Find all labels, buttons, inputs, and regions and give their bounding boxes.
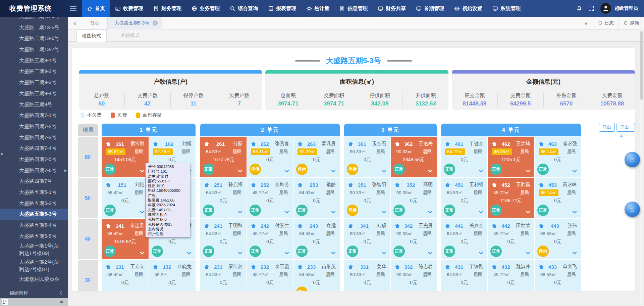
chevron-down-icon[interactable] xyxy=(238,209,243,214)
sidebar-item-building[interactable]: 大溆堡村民委员会 xyxy=(0,274,68,285)
nav-item[interactable]: 首期管理 xyxy=(411,0,449,17)
chevron-down-icon[interactable] xyxy=(526,209,530,214)
sidebar-item-building[interactable]: 大盛路二期13-6号 xyxy=(0,33,68,44)
room-cell[interactable]: 241 于明秋 64.53㎡ 居民 0元 正常 xyxy=(200,219,247,259)
chevron-down-icon[interactable] xyxy=(526,250,530,255)
sidebar-item-building[interactable]: 大盛路五期5-2号 xyxy=(0,198,68,209)
room-cell[interactable]: 233 苗景英 64.53㎡ 居民 0元 停供 xyxy=(293,260,340,291)
sidebar-expand-handle-icon[interactable]: ▶ xyxy=(64,169,67,172)
nav-item[interactable]: 信息管理 xyxy=(334,0,373,17)
room-cell[interactable]: 362 王艳梅 90.33㎡ 居民 2348.58元 正常 xyxy=(391,137,437,177)
nav-item[interactable]: 财务共享 xyxy=(373,0,411,17)
sidebar-item-building[interactable]: 大盛路三期9号 xyxy=(0,99,68,110)
sidebar-item-building[interactable]: 大盛路三期9-3号 xyxy=(0,77,68,88)
room-cell[interactable]: 361 玉金石 90.33㎡ 居民 0元 停供 xyxy=(344,137,390,177)
room-cell[interactable]: 341 刘硕 90.33㎡ 居民 0元 正常 xyxy=(344,219,390,259)
chevron-down-icon[interactable] xyxy=(284,250,289,255)
sidebar-item-building[interactable]: 大盛路五期5-5号 xyxy=(0,231,68,242)
sidebar-item-building[interactable]: 大盛路五期5-3号 xyxy=(0,209,68,220)
chevron-down-icon[interactable] xyxy=(381,250,386,255)
room-cell[interactable]: 151 刘艳 58.42㎡ 居民 0元 正常 xyxy=(102,178,149,218)
room-cell[interactable]: 433 单文飞 68.53㎡ 居民 0元 xyxy=(535,260,581,291)
sidebar-item-building[interactable]: 大盛路五期5-4号 xyxy=(0,220,68,231)
chevron-down-icon[interactable] xyxy=(479,209,483,214)
floating-hand-button[interactable]: ☝ xyxy=(625,152,640,167)
room-cell[interactable]: 161 宿常财 55.81㎡ 居民 1451.06元 正常 xyxy=(102,137,149,177)
chevron-down-icon[interactable] xyxy=(572,209,577,214)
room-cell[interactable]: 351 张智阳 90.33㎡ 居民 0元 停供 xyxy=(344,178,390,218)
room-cell[interactable]: 131 王立立 58.42㎡ 居民 0元 xyxy=(102,260,149,291)
bell-icon[interactable] xyxy=(576,5,582,11)
room-cell[interactable]: 331 姜华 90.33㎡ 居民 0元 xyxy=(344,260,390,291)
sidebar-item-building[interactable]: 大盛路一期1号(荣利达1号楼89) xyxy=(0,242,68,258)
chevron-down-icon[interactable] xyxy=(428,168,433,173)
panel-expand-handle-icon[interactable]: ▶ xyxy=(1,152,4,156)
chevron-down-icon[interactable] xyxy=(381,168,386,173)
sidebar-item-building[interactable]: 大盛路五期5-1号 xyxy=(0,187,68,198)
nav-item[interactable]: 热计量 xyxy=(301,0,334,17)
room-cell[interactable]: 231 康佳兴 64.53㎡ 居民 0元 xyxy=(200,260,247,291)
nav-item[interactable]: 业务管理 xyxy=(186,0,225,17)
room-cell[interactable]: 461 丁健全 64.27㎡ 居民 0元 正常 xyxy=(441,137,487,177)
log-button[interactable]: 日志 xyxy=(593,17,619,29)
room-cell[interactable]: 432 魏淑芹 45.72㎡ 居民 0元 xyxy=(488,260,534,291)
sidebar-item-building[interactable]: 大盛路一期2号(荣利达2号楼87) xyxy=(0,258,68,274)
nav-item[interactable]: 财务管理 xyxy=(148,0,186,17)
ime-indicator[interactable]: 拼 xyxy=(2,299,8,305)
scroll-tabs-left-icon[interactable]: « xyxy=(68,20,82,26)
chevron-down-icon[interactable] xyxy=(284,209,289,214)
room-cell[interactable]: 232 李玉霞 45.72㎡ 居民 0元 xyxy=(247,260,293,291)
nav-item[interactable]: 综合查询 xyxy=(225,0,263,17)
chevron-down-icon[interactable] xyxy=(479,250,483,255)
sidebar-item-building[interactable]: 大盛路四期7-2号 xyxy=(0,121,68,132)
chevron-down-icon[interactable] xyxy=(428,250,433,255)
room-cell[interactable]: 452 王胜昌 45.72㎡ 居民 1188.72元 正常 xyxy=(488,178,534,218)
room-cell[interactable]: 431 丁铁刚 64.53㎡ 居民 0元 xyxy=(441,260,487,291)
room-cell[interactable]: 253 银皓 64.53㎡ 居民 0元 正常 xyxy=(293,178,340,218)
ime-tools-icon[interactable] xyxy=(60,301,63,303)
chevron-down-icon[interactable] xyxy=(479,168,483,173)
room-cell[interactable]: 352 高明 90.33㎡ 居民 0元 正常 xyxy=(391,178,437,218)
sidebar-item-building[interactable]: 大盛路三期9-4号 xyxy=(0,88,68,99)
room-cell[interactable]: 261 何磊 64.53㎡ 居民 1677.78元 正常 xyxy=(200,137,247,177)
chevron-down-icon[interactable] xyxy=(572,250,577,255)
export-button[interactable]: 导出2 xyxy=(616,123,635,132)
nav-item[interactable]: 报表管理 xyxy=(263,0,301,17)
chevron-down-icon[interactable] xyxy=(187,250,192,255)
page-scrollbar-thumb[interactable] xyxy=(640,31,643,100)
sidebar-item-building[interactable]: 大盛路三期9-2号 xyxy=(0,66,68,77)
nav-item[interactable]: 初始设置 xyxy=(449,0,487,17)
chevron-down-icon[interactable] xyxy=(238,168,243,173)
floating-hand-button[interactable]: ☝ xyxy=(625,202,640,217)
fullscreen-icon[interactable] xyxy=(588,5,594,11)
room-cell[interactable]: 453 高永峰 68.14㎡ 居民 0元 正常 xyxy=(535,178,581,218)
chevron-down-icon[interactable] xyxy=(140,250,144,255)
room-cell[interactable]: 251 孙启福 64.53㎡ 居民 0元 正常 xyxy=(200,178,247,218)
room-cell[interactable]: 252 金坤芳 45.72㎡ 居民 0元 正常 xyxy=(247,178,293,218)
room-cell[interactable]: 332 陈志岩 90.33㎡ 居民 0元 xyxy=(391,260,437,291)
sidebar-item-building[interactable]: 大盛路四期7-3号 xyxy=(0,132,68,143)
sidebar-item-building[interactable]: 大盛路四期7号 xyxy=(0,176,68,187)
room-cell[interactable]: 443 张伟 68.53㎡ 居民 0元 停供 xyxy=(535,219,581,259)
sidebar-item-building[interactable]: 大盛路四期7-6号 xyxy=(0,165,68,176)
room-cell[interactable]: 342 王宪勇 90.33㎡ 居民 0元 正常 xyxy=(391,219,437,259)
nav-item[interactable]: 系统管理 xyxy=(487,0,526,17)
tab-current-building[interactable]: 大盛路五期5-3号 ✕ xyxy=(107,17,162,30)
chevron-down-icon[interactable] xyxy=(526,168,530,173)
tab-table-mode[interactable]: 表格模式 xyxy=(117,30,144,42)
chevron-down-icon[interactable] xyxy=(238,250,243,255)
sidebar-item-building[interactable]: 大盛路二期13-7号 xyxy=(0,44,68,55)
room-cell[interactable]: 462 王荣琦 46.35㎡ 居民 1205.1元 正常 xyxy=(488,137,534,177)
collapse-left-icon[interactable]: ❮ xyxy=(59,288,63,298)
nav-item[interactable]: 收费管理 xyxy=(110,0,148,17)
chevron-down-icon[interactable] xyxy=(284,168,289,173)
chevron-down-icon[interactable] xyxy=(572,168,577,173)
tab-floor-map-mode[interactable]: 楼图模式 xyxy=(76,30,107,42)
room-cell[interactable]: 442 田世荣 45.72㎡ 居民 0元 正常 xyxy=(488,219,534,259)
chevron-down-icon[interactable] xyxy=(140,168,144,173)
chevron-down-icon[interactable] xyxy=(331,209,336,214)
menu-toggle-icon[interactable] xyxy=(70,6,76,11)
export-button[interactable]: 导出 xyxy=(599,123,615,132)
room-cell[interactable]: 243 袁远 64.53㎡ 居民 0元 正常 xyxy=(293,219,340,259)
sidebar-item-building[interactable]: 大盛路四期7-5号 xyxy=(0,154,68,165)
